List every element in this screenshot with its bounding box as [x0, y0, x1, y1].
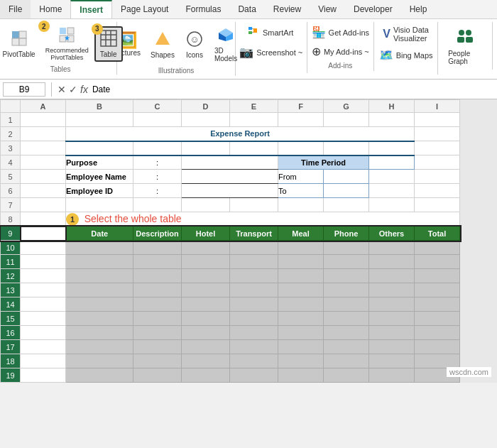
table-row[interactable]: 10 — [1, 241, 460, 255]
col-header-f[interactable]: F — [278, 100, 324, 113]
expense-report-title: Expense Report — [66, 127, 415, 141]
bing-maps-button[interactable]: 🗺️ Bing Maps — [374, 46, 438, 64]
formula-check-icon[interactable]: ✕ — [58, 84, 66, 95]
col-header-g[interactable]: G — [324, 100, 369, 113]
purpose-label: Purpose — [66, 155, 133, 170]
row-header-4[interactable]: 4 — [1, 155, 21, 170]
watermark: wscdn.com — [447, 367, 491, 377]
tab-formulas[interactable]: Formulas — [177, 0, 229, 18]
people-graph-label: People Graph — [448, 50, 482, 65]
svg-line-24 — [252, 32, 253, 33]
svg-rect-5 — [67, 28, 74, 34]
visio-button[interactable]: V Visio DataVisualizer — [378, 23, 434, 45]
addins-group-label: Add-ins — [328, 62, 352, 70]
col-meal: Meal — [278, 226, 324, 241]
table-row[interactable]: 15 — [1, 312, 460, 326]
table-row[interactable]: 14 — [1, 297, 460, 312]
screenshot-button[interactable]: 📷 Screenshot ~ — [234, 43, 307, 61]
row-header-2[interactable]: 2 — [1, 127, 21, 141]
icons-button[interactable]: ☺ Icons — [180, 28, 209, 62]
tab-data[interactable]: Data — [229, 0, 264, 18]
to-label: To — [278, 184, 324, 198]
tab-insert[interactable]: Insert — [70, 0, 112, 18]
tab-home[interactable]: Home — [31, 0, 70, 18]
tab-view[interactable]: View — [310, 0, 345, 18]
row-header-8[interactable]: 8 — [1, 212, 21, 226]
formula-input[interactable] — [91, 83, 494, 96]
tables-group-label: Tables — [50, 65, 71, 73]
my-addins-button[interactable]: ⊕ My Add-ins ~ — [307, 43, 374, 60]
row-header-3[interactable]: 3 — [1, 141, 21, 155]
table-row[interactable]: 16 — [1, 326, 460, 340]
col-header-b[interactable]: B — [66, 100, 133, 113]
row-header-5[interactable]: 5 — [1, 170, 21, 184]
svg-rect-28 — [466, 37, 473, 43]
row-header-6[interactable]: 6 — [1, 184, 21, 198]
svg-rect-0 — [12, 31, 19, 38]
row-header-7[interactable]: 7 — [1, 198, 21, 212]
col-header-d[interactable]: D — [182, 100, 230, 113]
ribbon-group-smartart: SmartArt 📷 Screenshot ~ — [236, 22, 307, 73]
svg-rect-1 — [19, 31, 26, 38]
pivottable-button[interactable]: PivotTable — [0, 27, 40, 61]
row-header-9[interactable]: 9 — [1, 226, 21, 241]
svg-rect-21 — [248, 31, 252, 34]
svg-marker-14 — [155, 32, 170, 45]
ribbon-group-apps: V Visio DataVisualizer 🗺️ Bing Maps — [374, 22, 438, 75]
get-addins-label: Get Add-ins — [329, 28, 369, 37]
table-row[interactable]: 13 — [1, 283, 460, 297]
col-transport: Transport — [230, 226, 278, 241]
employee-name-label: Employee Name — [66, 170, 133, 184]
svg-point-25 — [459, 30, 464, 35]
table-row[interactable]: 9 Date Description Hotel Transport Meal … — [1, 226, 460, 241]
svg-rect-9 — [101, 31, 116, 46]
formula-divider — [51, 82, 52, 97]
step1-instruction: 1 Select the whole table — [66, 212, 460, 226]
table-row[interactable]: 19 — [1, 368, 460, 383]
svg-rect-27 — [457, 37, 464, 43]
shapes-button[interactable]: Shapes — [146, 28, 179, 62]
cell-reference-input[interactable] — [3, 82, 45, 97]
ribbon-group-tables: PivotTable 2 ★ RecommendedPivotTables 3 — [4, 22, 117, 75]
table-row: 2 Expense Report — [1, 127, 460, 141]
col-header-a[interactable]: A — [21, 100, 66, 113]
table-row: 6 Employee ID : To — [1, 184, 460, 198]
formula-cancel-icon[interactable]: ✓ — [69, 84, 77, 95]
table-row[interactable]: 17 — [1, 340, 460, 354]
visio-label: Visio DataVisualizer — [393, 26, 429, 43]
smartart-label: SmartArt — [263, 28, 293, 37]
table-row: 8 1 Select the whole table — [1, 212, 460, 226]
badge-2: 2 — [38, 21, 50, 32]
ribbon-group-addins: 🏪 Get Add-ins ⊕ My Add-ins ~ Add-ins — [307, 22, 375, 71]
employee-id-label: Employee ID — [66, 184, 133, 198]
time-period-header: Time Period — [278, 155, 369, 170]
smartart-button[interactable]: SmartArt — [244, 23, 298, 42]
table-row[interactable]: 12 — [1, 269, 460, 283]
row-header-1[interactable]: 1 — [1, 113, 21, 127]
table-row[interactable]: 11 — [1, 255, 460, 269]
col-description: Description — [133, 226, 182, 241]
col-header-e[interactable]: E — [230, 100, 278, 113]
tab-file[interactable]: File — [0, 0, 31, 18]
people-graph-button[interactable]: People Graph — [444, 23, 486, 68]
formula-fx-icon[interactable]: fx — [80, 84, 88, 95]
table-row: 4 Purpose : Time Period — [1, 155, 460, 170]
col-date: Date — [66, 226, 133, 241]
table-row: 3 — [1, 141, 460, 155]
svg-text:☺: ☺ — [190, 34, 199, 45]
col-phone: Phone — [324, 226, 369, 241]
step1-circle: 1 — [66, 213, 79, 226]
tab-page-layout[interactable]: Page Layout — [112, 0, 177, 18]
corner-header — [1, 100, 21, 113]
smartart-group-label — [270, 64, 272, 72]
table-row[interactable]: 18 — [1, 354, 460, 368]
svg-rect-4 — [60, 28, 66, 34]
recommended-pivottables-button[interactable]: ★ RecommendedPivotTables — [41, 23, 93, 64]
col-header-h[interactable]: H — [369, 100, 415, 113]
get-addins-button[interactable]: 🏪 Get Add-ins — [307, 23, 374, 41]
tab-developer[interactable]: Developer — [345, 0, 401, 18]
tab-review[interactable]: Review — [265, 0, 310, 18]
col-header-c[interactable]: C — [133, 100, 182, 113]
tab-help[interactable]: Help — [401, 0, 436, 18]
col-header-i[interactable]: I — [415, 100, 460, 113]
